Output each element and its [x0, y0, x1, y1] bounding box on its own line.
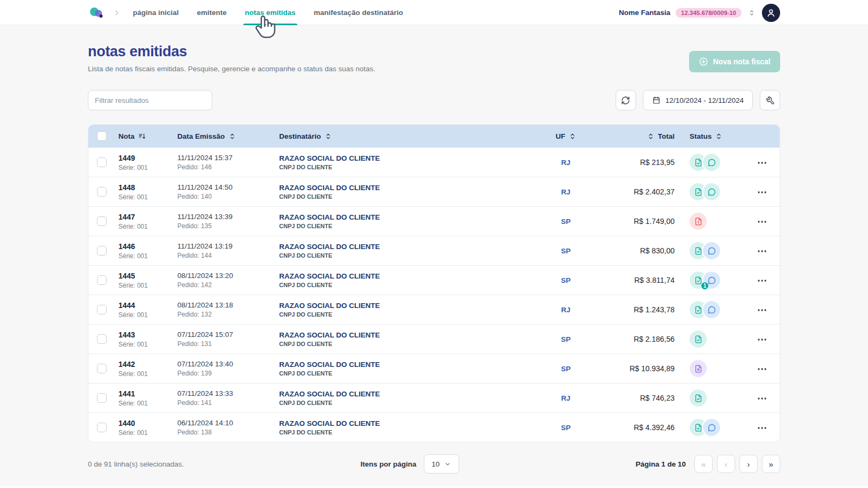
table-row: 1440 Série: 001 06/11/2024 14:10 Pedido:…: [88, 412, 780, 442]
table-row: 1442 Série: 001 07/11/2024 13:40 Pedido:…: [88, 354, 780, 383]
row-actions-button[interactable]: ⋯: [757, 186, 768, 198]
emission-date: 11/11/2024 14:50: [177, 183, 271, 191]
column-header-nota[interactable]: Nota: [114, 132, 173, 140]
nav-pagina-inicial[interactable]: página inicial: [133, 0, 179, 25]
chat-icon[interactable]: [703, 183, 720, 200]
chat-icon[interactable]: [703, 242, 720, 259]
order-number: Pedido: 138: [177, 429, 271, 436]
uf-value: RJ: [536, 306, 595, 314]
invoice-series: Série: 001: [118, 341, 169, 348]
row-actions-button[interactable]: ⋯: [757, 215, 768, 228]
status-icons: [681, 360, 745, 377]
row-checkbox[interactable]: [97, 246, 107, 256]
date-range-button[interactable]: 12/10/2024 - 12/11/2024: [643, 90, 753, 110]
invoice-series: Série: 001: [118, 252, 169, 260]
uf-value: RJ: [536, 188, 595, 196]
invoice-number: 1445: [118, 272, 169, 280]
row-checkbox[interactable]: [97, 423, 107, 432]
new-invoice-label: Nova nota fiscal: [713, 57, 770, 66]
top-navigation-bar: página inicial emitente notas emitidas m…: [0, 0, 868, 25]
order-number: Pedido: 142: [177, 281, 271, 289]
emission-date: 08/11/2024 13:18: [177, 301, 271, 309]
new-invoice-button[interactable]: Nova nota fiscal: [689, 51, 780, 72]
first-page-button[interactable]: «: [694, 455, 713, 473]
invoice-number: 1440: [118, 419, 169, 427]
next-page-button[interactable]: ›: [739, 455, 758, 473]
column-header-status[interactable]: Status: [681, 132, 745, 140]
nav-manifestacao-destinatario[interactable]: manifestação destinatário: [314, 0, 403, 25]
chat-icon[interactable]: [703, 419, 720, 436]
select-all-checkbox[interactable]: [97, 131, 107, 141]
row-checkbox[interactable]: [97, 305, 107, 314]
person-icon: [766, 7, 776, 18]
items-per-page-select[interactable]: 10: [424, 454, 459, 474]
order-number: Pedido: 146: [177, 163, 271, 171]
recipient-name: RAZAO SOCIAL DO CLIENTE: [279, 331, 532, 339]
uf-value: SP: [536, 335, 595, 343]
chevron-down-icon: [444, 461, 451, 468]
row-checkbox[interactable]: [97, 187, 107, 197]
chat-icon[interactable]: [703, 154, 720, 171]
row-checkbox[interactable]: [97, 334, 107, 344]
app-logo[interactable]: [88, 6, 105, 20]
nav-emitente[interactable]: emitente: [197, 0, 227, 25]
row-checkbox[interactable]: [97, 157, 107, 167]
nav-notas-emitidas[interactable]: notas emitidas: [245, 0, 296, 25]
row-checkbox[interactable]: [97, 216, 107, 226]
recipient-cnpj: CNPJ DO CLIENTE: [279, 193, 532, 200]
row-checkbox[interactable]: [97, 364, 107, 373]
prev-page-button[interactable]: ‹: [717, 455, 735, 473]
account-switcher-button[interactable]: [747, 8, 757, 18]
document-x-icon[interactable]: [690, 360, 707, 377]
row-checkbox[interactable]: [97, 393, 107, 403]
column-label-total: Total: [658, 132, 675, 140]
row-actions-button[interactable]: ⋯: [757, 422, 768, 434]
total-value: R$ 1.243,78: [595, 305, 681, 314]
invoice-number: 1443: [118, 331, 169, 339]
table-row: 1444 Série: 001 08/11/2024 13:18 Pedido:…: [88, 295, 780, 324]
table-row: 1448 Série: 001 11/11/2024 14:50 Pedido:…: [88, 177, 780, 206]
row-actions-button[interactable]: ⋯: [757, 304, 768, 316]
row-actions-button[interactable]: ⋯: [757, 274, 768, 287]
total-value: R$ 10.934,89: [595, 364, 681, 373]
document-check-icon[interactable]: [690, 331, 707, 348]
row-checkbox[interactable]: [97, 275, 107, 285]
document-alert-icon[interactable]: [690, 213, 707, 230]
column-header-destinatario[interactable]: Destinatário: [275, 132, 536, 140]
recipient-name: RAZAO SOCIAL DO CLIENTE: [279, 390, 532, 398]
recipient-name: RAZAO SOCIAL DO CLIENTE: [279, 302, 532, 310]
last-page-button[interactable]: »: [762, 455, 780, 473]
nav-notas-emitidas-label: notas emitidas: [245, 9, 296, 17]
table-row: 1446 Série: 001 11/11/2024 13:19 Pedido:…: [88, 236, 780, 265]
invoice-series: Série: 001: [118, 164, 169, 171]
total-value: R$ 4.392,46: [595, 423, 681, 432]
chat-icon[interactable]: [703, 301, 720, 318]
column-header-uf[interactable]: UF: [536, 132, 595, 140]
chat-icon[interactable]: 1: [703, 272, 720, 289]
recipient-cnpj: CNPJ DO CLIENTE: [279, 341, 532, 347]
row-actions-button[interactable]: ⋯: [757, 333, 768, 346]
filter-input[interactable]: [88, 90, 212, 110]
recipient-cnpj: CNPJ DO CLIENTE: [279, 223, 532, 229]
order-number: Pedido: 135: [177, 222, 271, 230]
user-avatar[interactable]: [762, 4, 780, 22]
page-subtitle: Lista de notas fiscais emitidas. Pesquis…: [88, 65, 376, 73]
refresh-button[interactable]: [616, 90, 636, 110]
tools-icon: [766, 96, 775, 105]
uf-value: SP: [536, 217, 595, 226]
row-actions-button[interactable]: ⋯: [757, 156, 768, 169]
column-header-total[interactable]: Total: [595, 132, 681, 140]
column-header-data-emissao[interactable]: Data Emissão: [173, 132, 275, 140]
tools-button[interactable]: [760, 90, 780, 110]
row-actions-button[interactable]: ⋯: [757, 392, 768, 404]
invoice-number: 1448: [118, 183, 169, 192]
recipient-name: RAZAO SOCIAL DO CLIENTE: [279, 419, 532, 427]
status-icons: [681, 154, 745, 171]
table-row: 1441 Série: 001 07/11/2024 13:33 Pedido:…: [88, 383, 780, 412]
row-actions-button[interactable]: ⋯: [757, 363, 768, 375]
row-actions-button[interactable]: ⋯: [757, 245, 768, 257]
recipient-cnpj: CNPJ DO CLIENTE: [279, 429, 532, 436]
total-value: R$ 1.749,00: [595, 217, 681, 226]
document-check-icon[interactable]: [690, 389, 707, 407]
date-range-value: 12/10/2024 - 12/11/2024: [665, 96, 744, 104]
